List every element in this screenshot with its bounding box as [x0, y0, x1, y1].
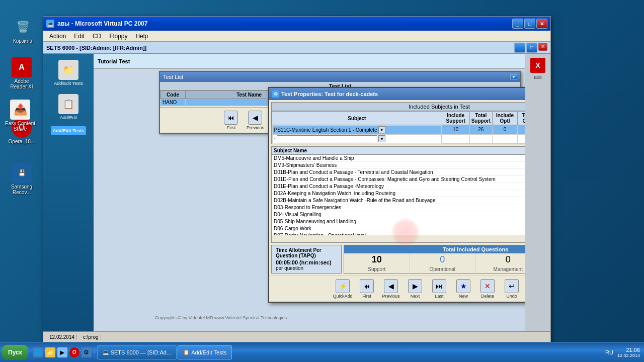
subject-cell: PS11C-Maritime English Section 1 - Compl…: [272, 125, 442, 134]
taskbar-addedit[interactable]: 📋 Add/Edit Tests: [178, 345, 232, 359]
tapq-box: Time Allotment Per Question (TAPQ) 00:05…: [271, 245, 342, 274]
subject-list-item[interactable]: D01D-Plan and Conduct a Passage - Compas…: [272, 175, 525, 183]
adobe-label: Adobe Reader XI: [6, 78, 37, 89]
delete-button[interactable]: ✕ Delete: [477, 279, 498, 299]
sidebar-folder-icon[interactable]: 📁 Add/Edit Tests: [53, 58, 84, 88]
th-include-support: Include Support: [442, 112, 469, 125]
previous-button[interactable]: ◀ Previous: [381, 279, 401, 299]
sets-minimize[interactable]: _: [514, 43, 525, 53]
menu-action[interactable]: Action: [45, 32, 70, 41]
quick-folder[interactable]: 📁: [45, 347, 55, 357]
addedit-label: Add/Edit: [60, 115, 77, 120]
close-button[interactable]: ✕: [536, 19, 547, 29]
quick-settings[interactable]: ⚙: [82, 347, 92, 357]
subject-list-item[interactable]: D01E-Plan and Conduct a Passage -Meteoro…: [272, 183, 525, 190]
subject-dropdown-btn[interactable]: ▼: [378, 126, 385, 133]
test-list-close[interactable]: ▼: [510, 74, 517, 80]
undo-label: Undo: [506, 294, 517, 299]
subject-edit-row[interactable]: * ▼: [272, 134, 526, 143]
taskbar-right: RU 21:06 12.02.2014: [605, 347, 644, 358]
subject-list-item[interactable]: DM9-Shipmasters' BusinessVIDTL2MBA11MG0Q: [272, 161, 525, 168]
subject-list-item[interactable]: D01B-Plan and Conduct a Passage - Terres…: [272, 168, 525, 175]
subject-list-name: D02B-Maintain a Safe Navigation Watch -R…: [272, 197, 525, 204]
bottom-totals: Time Allotment Per Question (TAPQ) 00:05…: [271, 245, 525, 274]
recycle-bin-label: Корзина: [7, 38, 38, 44]
quick-ie[interactable]: 🌐: [33, 347, 43, 357]
sets-maximize[interactable]: □: [526, 43, 537, 53]
start-label: Пуск: [8, 349, 22, 356]
subject-input[interactable]: [277, 135, 377, 142]
menu-floppy[interactable]: Floppy: [105, 32, 131, 41]
menu-edit[interactable]: Edit: [70, 32, 89, 41]
titlebar-controls: _ □ ✕: [512, 19, 547, 29]
th-total-support: Total Support: [469, 112, 492, 125]
support-label: Support: [344, 266, 410, 273]
subject-list-item[interactable]: D03-Respond to EmergenciesVIDTL49NVS0R79…: [272, 204, 525, 211]
subject-list-item[interactable]: DM5-Manoeuvre and Handle a ShipVIDTLGBGW…: [272, 155, 525, 162]
undo-button[interactable]: ↩ Undo: [502, 279, 522, 299]
last-label: Last: [435, 294, 443, 299]
desktop-icon-adobe[interactable]: A Adobe Reader XI: [4, 55, 39, 92]
exit-label: Exit: [534, 75, 541, 80]
test-props-title: Test Properties: Test for deck-cadets: [281, 91, 378, 97]
col-code: Code: [160, 91, 186, 99]
at-prev-button[interactable]: ◀ Previous: [245, 111, 265, 130]
undo-icon: ↩: [505, 279, 519, 293]
subject-list-item[interactable]: D06-Cargo WorkVIDTLA2WDF73GL7: [272, 225, 525, 232]
start-button[interactable]: Пуск: [2, 345, 28, 360]
desktop-icon-easycontent[interactable]: 📤 Easy Content Share: [3, 98, 38, 134]
app-title: авы - Microsoft Virtual PC 2007: [57, 20, 147, 27]
subject-name: PS11C-Maritime English Section 1 - Compl…: [274, 127, 377, 133]
sidebar-addedit-icon[interactable]: 📋 Add/Edit: [53, 92, 84, 122]
maximize-button[interactable]: □: [524, 19, 535, 29]
inc-support-val: 10: [442, 125, 469, 135]
subject-row[interactable]: PS11C-Maritime English Section 1 - Compl…: [272, 125, 526, 135]
row-code: HAND: [160, 99, 186, 106]
minimize-button[interactable]: _: [512, 19, 523, 29]
previous-icon: ◀: [384, 279, 398, 293]
next-label: Next: [411, 294, 420, 299]
quick-opera[interactable]: O: [69, 347, 79, 357]
desktop-icon-recycle[interactable]: 🗑️ Корзина: [5, 15, 40, 46]
subject-list-name: D01E-Plan and Conduct a Passage -Meteoro…: [272, 183, 525, 190]
first-button[interactable]: ⏮ First: [357, 279, 377, 299]
quick-media[interactable]: ▶: [57, 347, 67, 357]
at-first-button[interactable]: ⏮ First: [221, 111, 241, 130]
subject-new-dropdown[interactable]: ▼: [378, 135, 385, 142]
operational-val: 0: [410, 253, 476, 266]
folder-img: 📁: [58, 60, 78, 80]
addedit-button[interactable]: Add/Edit Tests: [51, 126, 86, 135]
totals-values: 10 0 0 10: [344, 253, 525, 266]
subject-list: DM5-Manoeuvre and Handle a ShipVIDTLGBGW…: [272, 155, 525, 235]
test-list-title: Test List: [163, 74, 183, 80]
exit-x-button[interactable]: X: [530, 58, 545, 73]
totals-header: Total Included Questions: [344, 245, 525, 253]
last-button[interactable]: ⏭ Last: [429, 279, 449, 299]
subject-list-item[interactable]: D05-Ship Manoeuvring and HandlingVIDTLM1…: [272, 218, 525, 225]
subject-list-item[interactable]: D02A-Keeping a Navigation Watch, includi…: [272, 190, 525, 197]
menu-cd[interactable]: CD: [89, 32, 105, 41]
app-icon: 💻: [46, 20, 54, 28]
taskbar-lang: RU: [605, 349, 613, 355]
quick-launch: 🌐 📁 ▶ O ⚙: [30, 347, 95, 357]
subject-list-item[interactable]: D02B-Maintain a Safe Navigation Watch -R…: [272, 197, 525, 204]
app-titlebar: 💻 авы - Microsoft Virtual PC 2007 _ □ ✕: [43, 17, 550, 31]
next-button[interactable]: ▶ Next: [405, 279, 425, 299]
sets-main: ETS6000 the Test allows you with Subject…: [94, 69, 525, 331]
new-button[interactable]: ★ New: [453, 279, 473, 299]
menu-help[interactable]: Help: [131, 32, 152, 41]
edit-inc-support: [442, 134, 469, 143]
sets-close[interactable]: ✕: [538, 43, 547, 51]
quickadd-button[interactable]: ⚡ QuickAdd: [333, 279, 353, 299]
status-path: c:\prog: [81, 334, 101, 340]
subject-list-name: D01D-Plan and Conduct a Passage - Compas…: [272, 175, 525, 183]
new-label: New: [459, 294, 468, 299]
management-label: Management: [475, 266, 525, 273]
edit-inc-optl: [493, 134, 518, 143]
desktop-icon-samsung[interactable]: 💾 Samsung Recov...: [4, 161, 39, 197]
taskbar-sets-label: SETS 6000 — [SID:Ad...: [111, 349, 171, 355]
folder-label: Add/Edit Tests: [54, 81, 83, 86]
taskbar-sets[interactable]: 💻 SETS 6000 — [SID:Ad...: [97, 345, 177, 359]
totals-box: Total Included Questions 10 0 0 10: [344, 245, 525, 274]
subject-list-item[interactable]: D04-Visual SignallingSET010000000009: [272, 211, 525, 218]
